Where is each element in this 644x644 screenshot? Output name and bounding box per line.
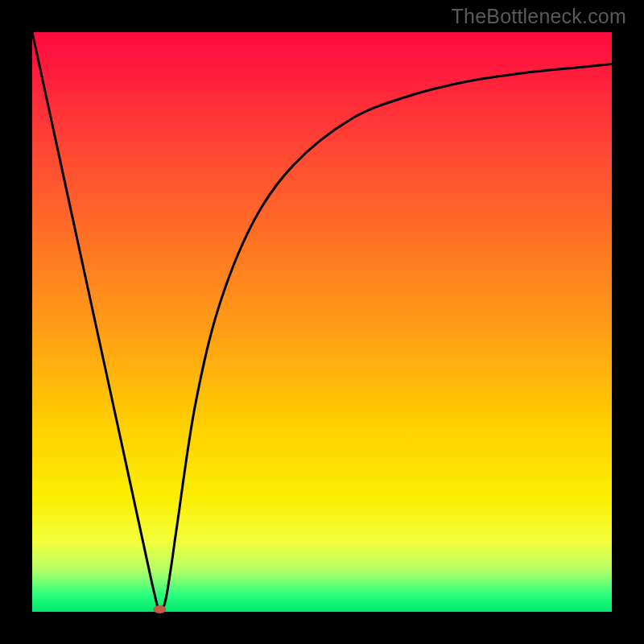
bottleneck-curve — [32, 32, 612, 612]
attribution-text: TheBottleneck.com — [452, 5, 626, 28]
chart-overlay — [32, 32, 612, 612]
chart-frame: TheBottleneck.com — [0, 0, 644, 644]
minimum-marker — [153, 605, 166, 613]
